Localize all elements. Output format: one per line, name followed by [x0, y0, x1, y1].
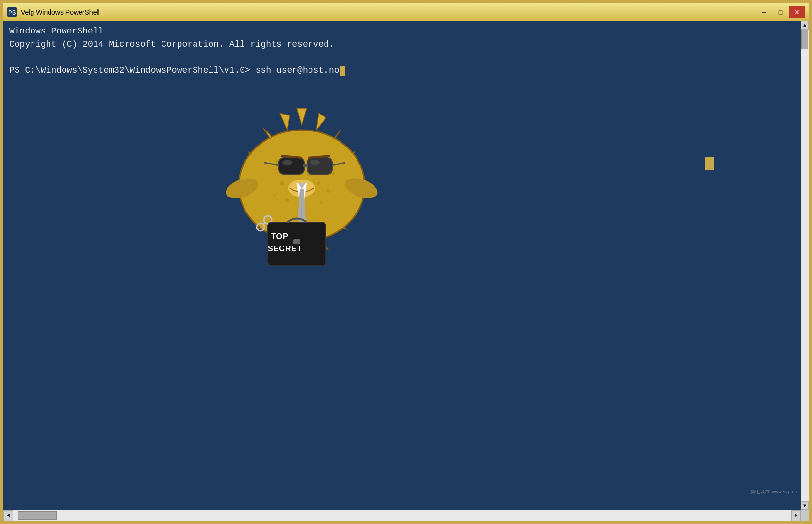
- svg-point-18: [298, 167, 301, 171]
- svg-line-47: [260, 223, 268, 224]
- scroll-right-icon: ►: [795, 513, 797, 518]
- svg-rect-32: [307, 158, 332, 174]
- svg-point-16: [278, 169, 282, 173]
- svg-marker-5: [316, 113, 326, 130]
- powershell-window: PS Velg Windows PowerShell ─ □ ✕ Windows…: [3, 3, 809, 521]
- svg-point-46: [257, 223, 264, 231]
- svg-marker-9: [345, 151, 355, 161]
- scrollbar-track-h[interactable]: [13, 510, 791, 521]
- svg-point-39: [223, 174, 261, 202]
- watermark: 第七城市 www.svp.cn: [750, 488, 797, 495]
- title-bar-left: PS Velg Windows PowerShell: [7, 7, 100, 17]
- svg-line-35: [332, 163, 345, 165]
- terminal-line-2: Copyright (C) 2014 Microsoft Corporation…: [9, 38, 795, 51]
- svg-point-17: [288, 163, 291, 165]
- scroll-down-icon: ▼: [803, 503, 806, 508]
- svg-rect-33: [303, 164, 308, 167]
- svg-line-52: [281, 156, 302, 158]
- svg-point-30: [276, 160, 279, 164]
- terminal-area: Windows PowerShell Copyright (C) 2014 Mi…: [3, 21, 809, 510]
- svg-text:SECRET: SECRET: [268, 245, 302, 253]
- svg-line-53: [308, 156, 330, 158]
- vertical-scrollbar: ▲ ▼: [801, 21, 809, 510]
- svg-text:PS: PS: [8, 9, 16, 16]
- svg-marker-41: [297, 183, 307, 205]
- powershell-icon: PS: [7, 7, 17, 17]
- svg-rect-48: [268, 222, 326, 266]
- svg-point-21: [307, 172, 311, 176]
- scroll-left-button[interactable]: ◄: [3, 510, 13, 521]
- close-button[interactable]: ✕: [789, 6, 805, 18]
- scrollbar-corner: [801, 510, 809, 521]
- svg-marker-12: [319, 237, 328, 250]
- svg-point-45: [264, 216, 272, 224]
- svg-point-15: [240, 131, 364, 241]
- svg-point-36: [282, 160, 292, 165]
- scrollbar-thumb-v[interactable]: [801, 30, 808, 49]
- scroll-down-button[interactable]: ▼: [801, 501, 809, 510]
- svg-marker-13: [256, 222, 268, 229]
- restore-button[interactable]: □: [773, 6, 788, 18]
- svg-line-34: [264, 163, 279, 165]
- mascot-area: TOP SECRET: [212, 79, 396, 293]
- cursor-block: [340, 66, 345, 76]
- svg-marker-7: [331, 130, 341, 142]
- svg-point-23: [312, 192, 315, 195]
- svg-point-24: [285, 198, 289, 202]
- svg-point-38: [288, 180, 315, 197]
- svg-marker-42: [298, 183, 305, 190]
- terminal-line-1: Windows PowerShell: [9, 25, 795, 38]
- svg-marker-43: [298, 189, 306, 225]
- scroll-up-icon: ▲: [803, 23, 806, 28]
- prompt-text: PS C:\Windows\System32\WindowsPowerShell…: [9, 64, 340, 77]
- scroll-up-button[interactable]: ▲: [801, 21, 809, 30]
- svg-point-26: [320, 201, 323, 204]
- svg-point-27: [274, 194, 276, 197]
- svg-point-29: [332, 172, 335, 175]
- minimize-button[interactable]: ─: [756, 6, 772, 18]
- svg-point-2: [239, 130, 365, 242]
- terminal-content[interactable]: Windows PowerShell Copyright (C) 2014 Mi…: [3, 21, 801, 510]
- scroll-left-icon: ◄: [7, 513, 10, 518]
- terminal-line-3: [9, 51, 795, 64]
- svg-point-40: [342, 174, 380, 202]
- svg-point-20: [291, 189, 293, 192]
- title-bar-controls: ─ □ ✕: [756, 6, 805, 18]
- svg-marker-4: [280, 113, 290, 130]
- svg-rect-31: [279, 158, 304, 174]
- svg-text:TOP: TOP: [271, 232, 289, 241]
- scroll-right-button[interactable]: ►: [791, 510, 801, 521]
- side-cursor-block: [705, 157, 714, 170]
- title-bar: PS Velg Windows PowerShell ─ □ ✕: [3, 3, 809, 21]
- svg-marker-6: [263, 128, 273, 142]
- svg-point-22: [317, 182, 321, 185]
- svg-point-37: [310, 160, 320, 165]
- svg-marker-11: [275, 237, 285, 250]
- svg-point-28: [326, 189, 330, 193]
- scrollbar-thumb-h[interactable]: [18, 511, 57, 520]
- svg-point-19: [280, 181, 284, 185]
- svg-marker-8: [248, 152, 260, 161]
- window-title: Velg Windows PowerShell: [21, 8, 100, 16]
- svg-marker-3: [297, 108, 307, 125]
- svg-rect-49: [293, 239, 300, 244]
- horizontal-scrollbar-bar: ◄ ►: [3, 510, 809, 521]
- svg-marker-10: [297, 242, 307, 259]
- svg-marker-14: [336, 222, 348, 229]
- terminal-prompt: PS C:\Windows\System32\WindowsPowerShell…: [9, 64, 795, 77]
- scrollbar-track-v[interactable]: [801, 30, 809, 501]
- svg-point-25: [300, 204, 304, 207]
